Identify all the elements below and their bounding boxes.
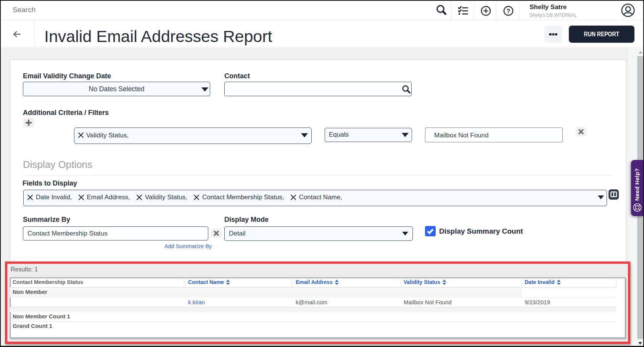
svg-text:?: ?	[507, 8, 510, 15]
